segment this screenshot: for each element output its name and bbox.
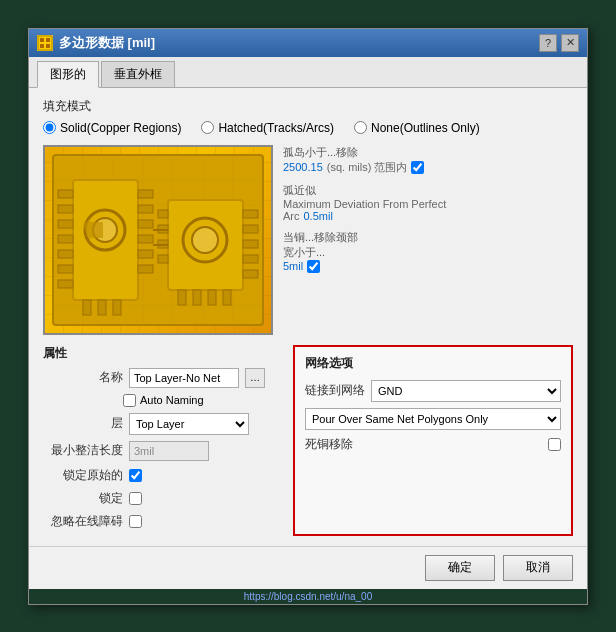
island-value: 2500.15 <box>283 161 323 173</box>
svg-rect-29 <box>138 235 153 243</box>
lock-original-label: 锁定原始的 <box>43 467 123 484</box>
footer: 确定 取消 <box>29 546 587 589</box>
svg-point-40 <box>192 227 218 253</box>
main-body: 孤岛小于...移除 2500.15 (sq. mils) 范围内 弧近似 Max… <box>43 145 573 335</box>
confirm-button[interactable]: 确定 <box>425 555 495 581</box>
svg-rect-51 <box>193 290 201 305</box>
connect-label: 链接到网络 <box>305 382 365 399</box>
layer-label: 层 <box>43 415 123 432</box>
svg-rect-25 <box>58 280 73 288</box>
svg-rect-46 <box>158 210 168 218</box>
arc-row: 弧近似 Maximum Deviation From Perfect Arc 0… <box>283 183 573 222</box>
min-length-label: 最小整洁长度 <box>43 442 123 459</box>
copper-sublabel: 宽小于... <box>283 245 573 260</box>
connect-select[interactable]: GND <box>371 380 561 402</box>
connect-row: 链接到网络 GND <box>305 380 561 402</box>
properties-box: 属性 名称 … Auto Naming 层 Top Layer <box>43 345 283 536</box>
lock-label: 锁定 <box>43 490 123 507</box>
help-button[interactable]: ? <box>539 34 557 52</box>
svg-rect-42 <box>243 225 258 233</box>
copper-label: 当铜...移除颈部 <box>283 230 573 245</box>
layer-select[interactable]: Top Layer <box>129 413 249 435</box>
lock-row: 锁定 <box>43 490 283 507</box>
main-dialog: 多边形数据 [mil] ? ✕ 图形的 垂直外框 填充模式 Solid(Copp… <box>28 28 588 605</box>
preview-area <box>43 145 273 335</box>
lock-checkbox[interactable] <box>129 492 142 505</box>
title-controls: ? ✕ <box>539 34 579 52</box>
svg-rect-33 <box>98 300 106 315</box>
ignore-drc-checkbox[interactable] <box>129 515 142 528</box>
name-label: 名称 <box>43 369 123 386</box>
dead-copper-checkbox[interactable] <box>548 438 561 451</box>
svg-rect-49 <box>158 255 168 263</box>
copper-row: 当铜...移除颈部 宽小于... 5mil <box>283 230 573 273</box>
min-length-row: 最小整洁长度 <box>43 441 283 461</box>
svg-rect-30 <box>138 250 153 258</box>
dialog-title: 多边形数据 [mil] <box>59 34 155 52</box>
url-bar: https://blog.csdn.net/u/na_00 <box>29 589 587 604</box>
layer-row: 层 Top Layer <box>43 413 283 435</box>
svg-rect-1 <box>40 38 44 42</box>
min-length-input[interactable] <box>129 441 209 461</box>
title-bar-left: 多边形数据 [mil] <box>37 34 155 52</box>
svg-rect-32 <box>83 300 91 315</box>
svg-rect-26 <box>138 190 153 198</box>
island-checkbox[interactable] <box>411 161 424 174</box>
name-input[interactable] <box>129 368 239 388</box>
name-row: 名称 … <box>43 368 283 388</box>
radio-hatched[interactable]: Hatched(Tracks/Arcs) <box>201 121 334 135</box>
svg-rect-50 <box>178 290 186 305</box>
tab-vertical-frame[interactable]: 垂直外框 <box>101 61 175 87</box>
copper-checkbox[interactable] <box>307 260 320 273</box>
properties-title: 属性 <box>43 345 283 362</box>
svg-rect-24 <box>58 265 73 273</box>
svg-rect-23 <box>58 250 73 258</box>
svg-rect-2 <box>46 38 50 42</box>
svg-rect-20 <box>58 205 73 213</box>
tab-graphics[interactable]: 图形的 <box>37 61 99 88</box>
svg-rect-43 <box>243 240 258 248</box>
arc-sublabel: Maximum Deviation From Perfect <box>283 198 573 210</box>
arc-value: 0.5mil <box>304 210 333 222</box>
island-row: 孤岛小于...移除 2500.15 (sq. mils) 范围内 <box>283 145 573 175</box>
svg-rect-44 <box>243 255 258 263</box>
pour-select[interactable]: Pour Over Same Net Polygons Only <box>305 408 561 430</box>
ignore-drc-label: 忽略在线障碍 <box>43 513 123 530</box>
fill-mode-options: Solid(Copper Regions) Hatched(Tracks/Arc… <box>43 121 573 135</box>
network-title: 网络选项 <box>305 355 561 372</box>
svg-rect-28 <box>138 220 153 228</box>
tab-bar: 图形的 垂直外框 <box>29 57 587 88</box>
preview-ic <box>45 147 271 333</box>
dead-copper-label: 死铜移除 <box>305 436 353 453</box>
svg-rect-45 <box>243 270 258 278</box>
island-label: 孤岛小于...移除 <box>283 145 573 160</box>
copper-value: 5mil <box>283 260 303 272</box>
cancel-button[interactable]: 取消 <box>503 555 573 581</box>
svg-rect-4 <box>46 44 50 48</box>
ignore-drc-row: 忽略在线障碍 <box>43 513 283 530</box>
network-options-box: 网络选项 链接到网络 GND Pour Over Same Net Polygo… <box>293 345 573 536</box>
radio-solid[interactable]: Solid(Copper Regions) <box>43 121 181 135</box>
dead-copper-row: 死铜移除 <box>305 436 561 453</box>
svg-rect-31 <box>138 265 153 273</box>
auto-naming-label[interactable]: Auto Naming <box>123 394 204 407</box>
svg-rect-27 <box>138 205 153 213</box>
svg-rect-22 <box>58 235 73 243</box>
lock-original-checkbox[interactable] <box>129 469 142 482</box>
auto-naming-checkbox[interactable] <box>123 394 136 407</box>
svg-rect-53 <box>223 290 231 305</box>
lock-original-row: 锁定原始的 <box>43 467 283 484</box>
svg-rect-3 <box>40 44 44 48</box>
app-icon <box>37 35 53 51</box>
close-button[interactable]: ✕ <box>561 34 579 52</box>
pour-row: Pour Over Same Net Polygons Only <box>305 408 561 430</box>
auto-naming-row: Auto Naming <box>43 394 283 407</box>
title-bar: 多边形数据 [mil] ? ✕ <box>29 29 587 57</box>
svg-rect-34 <box>113 300 121 315</box>
svg-rect-52 <box>208 290 216 305</box>
fill-mode-label: 填充模式 <box>43 98 573 115</box>
island-unit: (sq. mils) 范围内 <box>327 160 408 175</box>
radio-none[interactable]: None(Outlines Only) <box>354 121 480 135</box>
svg-rect-41 <box>243 210 258 218</box>
name-browse-button[interactable]: … <box>245 368 265 388</box>
